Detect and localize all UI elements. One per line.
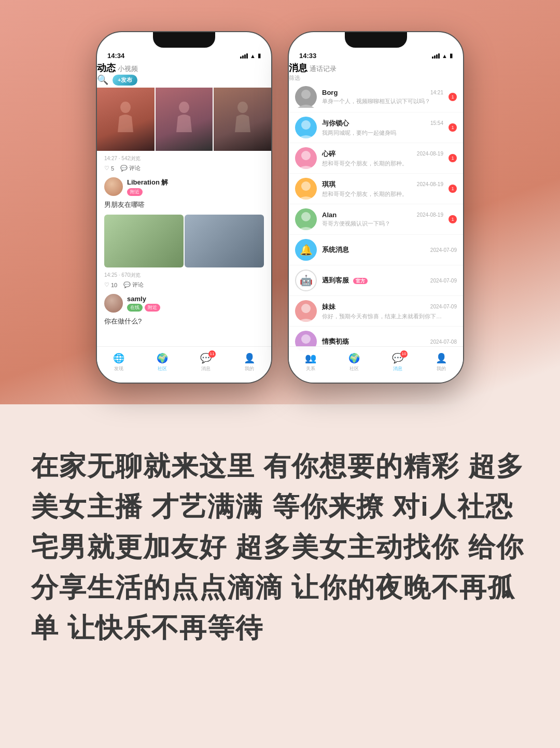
- video-thumb-3[interactable]: [214, 88, 271, 151]
- msg-item-alan[interactable]: Alan 2024-08-19 哥哥方便视频认识一下吗？ 1: [289, 204, 463, 235]
- msg-name-sister: 妹妹: [322, 302, 335, 312]
- svg-point-4: [301, 120, 311, 130]
- msg-item-heartbreak[interactable]: 心碎 2024-08-19 想和哥哥交个朋友，长期的那种。 1: [289, 143, 463, 174]
- nav-profile[interactable]: 👤 我的: [244, 352, 255, 372]
- unread-alan: 1: [449, 215, 457, 223]
- msg-item-system[interactable]: 🔔 系统消息 2024-07-09: [289, 235, 463, 265]
- right-nav-relations-label: 关系: [306, 365, 315, 372]
- msg-item-qiqi[interactable]: 琪琪 2024-08-19 想和哥哥交个朋友，长期的那种。 1: [289, 174, 463, 204]
- user2-info: samly 在线 附近: [127, 295, 160, 312]
- msg-preview-lock: 我两同城呢，要约一起健身吗: [322, 129, 443, 137]
- svg-point-0: [120, 102, 131, 113]
- svg-point-5: [301, 151, 311, 160]
- msg-top-service: 遇到客服 官方 2024-07-09: [322, 276, 457, 285]
- right-profile-icon: 👤: [436, 352, 447, 364]
- publish-button[interactable]: +发布: [113, 75, 137, 86]
- msg-time-system: 2024-07-09: [430, 247, 457, 253]
- user1-post-header: Liberation 解 附近: [97, 174, 271, 199]
- comment2-item[interactable]: 💬 评论: [123, 281, 144, 289]
- like-item[interactable]: ♡ 5: [104, 165, 114, 172]
- unread-heartbreak: 1: [449, 154, 457, 162]
- user1-avatar[interactable]: [104, 177, 123, 196]
- user2-post-text: 你在做什么?: [97, 316, 271, 329]
- msg-time-alan: 2024-08-19: [417, 212, 443, 218]
- msg-top-alan: Alan 2024-08-19: [322, 211, 443, 219]
- msg-right-qiqi: 1: [449, 185, 457, 193]
- time-right: 14:33: [299, 52, 316, 60]
- img-thumb-1[interactable]: [104, 215, 184, 267]
- right-title: 消息: [289, 63, 307, 73]
- search-icon[interactable]: 🔍: [97, 74, 108, 86]
- post2-stats: 14:25 · 670浏览: [97, 270, 271, 281]
- comment-item[interactable]: 💬 评论: [120, 164, 141, 172]
- left-header-actions: 🔍 +发布: [97, 74, 271, 86]
- post2-actions: ♡ 10 💬 评论: [97, 281, 271, 291]
- user1-tag1: 附近: [127, 188, 143, 196]
- msg-item-service[interactable]: 🤖 遇到客服 官方 2024-07-09: [289, 265, 463, 296]
- right-nav-profile[interactable]: 👤 我的: [436, 352, 447, 372]
- left-app-header: 动态 小视频 🔍 +发布: [97, 62, 271, 86]
- msg-item-borg[interactable]: Borg 14:21 单身一个人，视频聊聊相互认识下可以吗？ 1: [289, 82, 463, 112]
- right-nav-community[interactable]: 🌍 社区: [348, 352, 360, 372]
- phones-section: 14:34 ▲ ▮ 动态 小视频 🔍 +发布: [0, 0, 560, 404]
- right-nav-messages[interactable]: 💬 10 消息: [392, 352, 403, 372]
- msg-content-alan: Alan 2024-08-19 哥哥方便视频认识一下吗？: [322, 211, 443, 228]
- user2-post-header: samly 在线 附近: [97, 291, 271, 316]
- heart-icon: ♡: [104, 165, 109, 172]
- svg-point-7: [301, 212, 311, 221]
- nav-profile-label: 我的: [245, 365, 254, 372]
- msg-time-qiqi: 2024-08-19: [417, 181, 443, 187]
- svg-point-1: [179, 102, 189, 113]
- user1-post-text: 男朋友在哪嗒: [97, 199, 271, 213]
- msg-content-system: 系统消息 2024-07-09: [322, 245, 457, 255]
- msg-top-qiqi: 琪琪 2024-08-19: [322, 180, 443, 189]
- img-thumb-2[interactable]: [185, 215, 264, 267]
- nav-discover[interactable]: 🌐 发现: [113, 352, 124, 372]
- right-message-badge: 10: [400, 350, 408, 358]
- like2-item[interactable]: ♡ 10: [104, 281, 117, 288]
- profile-icon: 👤: [244, 352, 255, 364]
- service-badge: 官方: [353, 278, 368, 284]
- msg-name-qiqi: 琪琪: [322, 180, 335, 189]
- right-header-actions: 筛选: [289, 74, 463, 82]
- video-thumb-1[interactable]: [97, 88, 155, 151]
- msg-time-borg: 14:21: [430, 90, 443, 95]
- msg-preview-borg: 单身一个人，视频聊聊相互认识下可以吗？: [322, 97, 443, 105]
- msg-item-sister[interactable]: 妹妹 2024-07-09 你好，预期今天有惊喜，结束上来就看到你下…: [289, 296, 463, 327]
- msg-name-alan: Alan: [322, 211, 337, 219]
- nav-community[interactable]: 🌍 社区: [157, 352, 168, 372]
- msg-time-service: 2024-07-09: [430, 278, 457, 284]
- right-nav-relations[interactable]: 👥 关系: [305, 352, 316, 372]
- right-nav-badge: 💬 10: [392, 352, 403, 364]
- image-grid: [97, 213, 271, 270]
- filter-action[interactable]: 筛选: [289, 74, 300, 82]
- svg-point-9: [301, 334, 311, 344]
- comment-icon: 💬: [120, 165, 128, 172]
- right-nav-profile-label: 我的: [437, 365, 446, 372]
- msg-avatar-service: 🤖: [295, 270, 317, 291]
- svg-point-3: [301, 90, 311, 99]
- msg-name-service: 遇到客服 官方: [322, 276, 368, 285]
- msg-content-borg: Borg 14:21 单身一个人，视频聊聊相互认识下可以吗？: [322, 89, 443, 105]
- comment2-icon: 💬: [123, 281, 131, 288]
- post1-actions: ♡ 5 💬 评论: [97, 164, 271, 174]
- status-icons-left: ▲ ▮: [240, 52, 261, 59]
- msg-time-last: 2024-07-08: [430, 339, 457, 345]
- msg-content-lock: 与你锁心 15:54 我两同城呢，要约一起健身吗: [322, 119, 443, 137]
- msg-preview-sister: 你好，预期今天有惊喜，结束上来就看到你下…: [322, 313, 457, 320]
- right-app-header: 消息 通话记录 筛选: [289, 62, 463, 82]
- unread-borg: 1: [449, 93, 457, 101]
- msg-avatar-borg: [295, 86, 317, 108]
- user2-avatar[interactable]: [104, 294, 123, 313]
- svg-point-2: [237, 102, 248, 113]
- discover-icon: 🌐: [113, 352, 124, 364]
- nav-messages[interactable]: 💬 11 消息: [200, 352, 212, 372]
- msg-preview-heartbreak: 想和哥哥交个朋友，长期的那种。: [322, 160, 443, 167]
- video-thumb-2[interactable]: [156, 88, 213, 151]
- status-icons-right: ▲ ▮: [432, 52, 453, 59]
- msg-item-lock[interactable]: 与你锁心 15:54 我两同城呢，要约一起健身吗 1: [289, 112, 463, 143]
- post2-time: 14:25 · 670浏览: [104, 272, 141, 279]
- msg-right-borg: 1: [449, 93, 457, 101]
- nav-community-label: 社区: [158, 365, 167, 372]
- msg-top-sister: 妹妹 2024-07-09: [322, 302, 457, 312]
